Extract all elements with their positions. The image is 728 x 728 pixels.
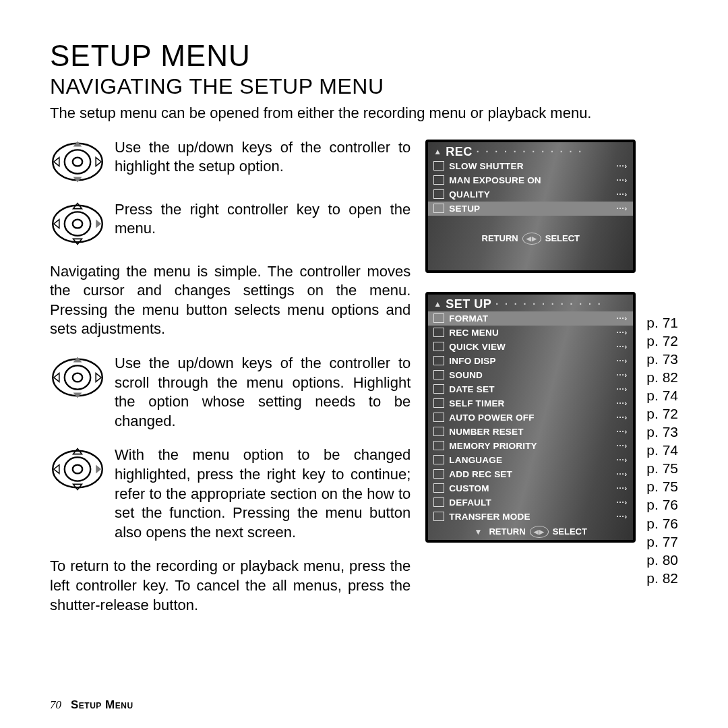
menu-item-icon [433,455,444,464]
chevron-up-icon: ▲ [433,147,442,156]
step3-text: Navigating the menu is simple. The contr… [50,262,411,339]
menu-item[interactable]: CUSTOM···› [428,481,633,495]
menu-item[interactable]: DATE SET···› [428,382,633,396]
menu-item[interactable]: ADD REC SET···› [428,467,633,481]
svg-point-2 [73,157,82,166]
submenu-arrow-icon: ···› [616,342,628,351]
svg-point-10 [65,458,90,481]
select-label: SELECT [545,233,580,243]
menu-item-label: DEFAULT [449,497,611,508]
menu-item[interactable]: MEMORY PRIORITY···› [428,439,633,453]
submenu-arrow-icon: ···› [616,427,628,435]
menu-item-label: DATE SET [449,384,611,394]
menu-item-label: TRANSFER MODE [449,512,611,522]
select-label: SELECT [553,526,587,537]
svg-point-8 [73,373,82,382]
menu-item-label: MAN EXPOSURE ON [449,175,611,185]
submenu-arrow-icon: ···› [616,470,628,478]
step4-text: Use the up/down keys of the controller t… [115,354,411,431]
nav-ellipse-icon: ◀▶ [522,233,541,245]
menu-item-label: SETUP [449,204,611,214]
menu-item[interactable]: INFO DISP···› [428,354,633,368]
submenu-arrow-icon: ···› [616,385,628,393]
menu-item-icon [433,427,444,436]
menu-item[interactable]: REC MENU···› [428,326,633,340]
controller-updown-icon [50,138,105,185]
menu-item-label: AUTO POWER OFF [449,413,611,423]
nav-ellipse-icon: ◀▶ [530,526,549,538]
submenu-arrow-icon: ···› [616,484,628,492]
page-title: SETUP MENU [50,39,678,73]
menu-item-label: SELF TIMER [449,398,611,408]
submenu-arrow-icon: ···› [616,399,628,407]
menu-item-icon [433,313,444,323]
controller-right-icon [50,200,105,247]
page-ref: p. 73 [646,423,678,441]
svg-point-9 [53,451,102,487]
page-ref: p. 72 [646,332,678,350]
svg-point-3 [53,205,102,241]
menu-item[interactable]: SLOW SHUTTER···› [428,159,633,173]
svg-point-4 [65,212,90,235]
menu-item-icon [433,328,444,337]
chevron-down-icon: ▼ [475,527,483,537]
menu-item-icon [433,370,444,380]
page-ref: p. 82 [646,569,678,587]
svg-point-5 [73,219,82,228]
menu-item[interactable]: AUTO POWER OFF···› [428,411,633,425]
menu-item-label: NUMBER RESET [449,427,611,437]
controller-updown-icon [50,354,105,401]
submenu-arrow-icon: ···› [616,371,628,379]
menu-item[interactable]: LANGUAGE···› [428,453,633,467]
menu-item[interactable]: SETUP···› [428,202,633,216]
submenu-arrow-icon: ···› [616,498,628,506]
submenu-arrow-icon: ···› [616,176,628,184]
submenu-arrow-icon: ···› [616,512,628,520]
menu-item[interactable]: SELF TIMER···› [428,396,633,411]
menu-item-icon [433,204,444,213]
setup-menu-screen: ▲ SET UP · · · · · · · · · · · · FORMAT·… [425,292,636,543]
page-ref: p. 76 [646,495,678,514]
rec-menu-screen: ▲ REC · · · · · · · · · · · · SLOW SHUTT… [425,140,636,273]
svg-point-0 [53,143,102,179]
menu-item[interactable]: QUICK VIEW···› [428,340,633,354]
submenu-arrow-icon: ···› [616,357,628,365]
header-dots: · · · · · · · · · · · · [477,146,628,157]
menu-item[interactable]: MAN EXPOSURE ON···› [428,173,633,187]
menu-item-label: FORMAT [449,313,611,324]
menu-item[interactable]: NUMBER RESET···› [428,425,633,439]
menu-item-icon [433,497,444,507]
page-ref: p. 80 [646,551,678,569]
menu-item[interactable]: TRANSFER MODE···› [428,510,633,524]
page-ref: p. 72 [646,404,678,423]
controller-right-icon [50,446,105,493]
svg-point-1 [65,150,90,173]
menu-item[interactable]: SOUND···› [428,368,633,382]
menu-item[interactable]: FORMAT···› [428,311,633,326]
menu-item-icon [433,384,444,394]
step5-text: With the menu option to be changed highl… [115,446,411,542]
menu-item-icon [433,512,444,521]
menu-item[interactable]: QUALITY···› [428,187,633,202]
page-ref: p. 76 [646,514,678,533]
footer-section: Setup Menu [71,698,133,712]
page-subtitle: NAVIGATING THE SETUP MENU [50,74,678,99]
menu-item[interactable]: DEFAULT···› [428,495,633,510]
submenu-arrow-icon: ···› [616,456,628,464]
menu-item-icon [433,175,444,185]
page-ref: p. 77 [646,533,678,551]
page-references: p. 71p. 72p. 73p. 82p. 74p. 72p. 73p. 74… [646,313,678,587]
return-label: RETURN [482,233,518,243]
svg-point-11 [73,465,82,474]
submenu-arrow-icon: ···› [616,314,628,322]
menu-item-label: SLOW SHUTTER [449,161,611,171]
svg-point-7 [65,365,90,389]
step2-text: Press the right controller key to open t… [115,200,411,247]
menu-item-label: CUSTOM [449,483,611,493]
chevron-up-icon: ▲ [433,299,442,309]
menu-item-icon [433,342,444,351]
submenu-arrow-icon: ···› [616,442,628,450]
menu-item-label: LANGUAGE [449,455,611,465]
step1-text: Use the up/down keys of the controller t… [115,138,411,185]
page-number: 70 [50,698,61,712]
